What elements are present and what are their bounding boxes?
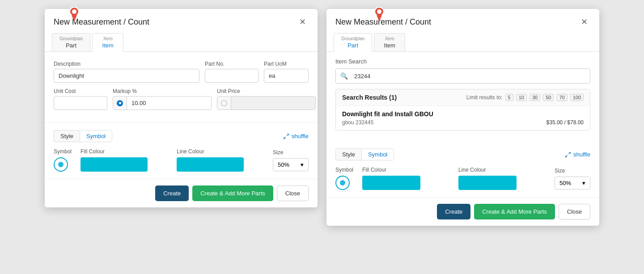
svg-line-3 [287,134,288,135]
partuom-input[interactable] [264,69,309,83]
partno-label: Part No. [205,61,258,67]
dialog-2-tabs: Groundplan Part Xero Item [326,33,599,52]
line-colour-label: Line Colour [177,148,264,155]
size-value: 50% [278,161,289,168]
partno-input[interactable] [205,69,258,83]
create-btn-1[interactable]: Create [155,185,189,201]
limit-10[interactable]: 10 [516,94,527,101]
tab-bottom-xero-2: Item [384,42,395,51]
create-btn-2[interactable]: Create [437,204,470,219]
size-dropdown-2[interactable]: 50% ▾ [555,177,590,190]
description-label: Description [54,61,199,67]
dialog-2-style: Style Symbol shuffle Symbol Fill Colour [326,141,599,198]
symbol-circle-2[interactable] [335,176,350,190]
radio-empty [221,100,227,106]
limit-5[interactable]: 5 [505,94,513,101]
dialog-2-header: New Measurement / Count ✕ [326,9,599,33]
tab-xero-item[interactable]: Xero Item [92,33,123,52]
dialog-1-form: Description Part No. Part No. Part UoM U… [45,52,318,123]
line-colour-col-2: Line Colour [458,167,546,190]
style-tab-style[interactable]: Style [54,130,80,142]
svg-marker-2 [72,15,77,21]
tab-bottom-label-xero: Item [102,42,114,51]
unitprice-row [217,96,316,110]
style-tab-style-2[interactable]: Style [335,148,362,160]
markup-row [113,96,212,110]
limit-30[interactable]: 30 [530,94,540,101]
style-tab-symbol-2[interactable]: Symbol [362,148,394,160]
result-meta: gbou 232445 $35.00 / $78.00 [342,119,584,126]
unitcost-input[interactable] [54,96,107,110]
size-col: Size 50% ▾ [273,149,309,171]
tab-top-label-xero: Xero [103,36,113,41]
partuom-real-label: Part UoM [264,61,309,67]
fill-colour-bar-2[interactable] [362,176,420,190]
svg-point-6 [377,9,381,14]
style-tab-group-2: Style Symbol [335,148,394,160]
close-btn-footer-2[interactable]: Close [559,204,590,219]
partno-group: Part No. [205,61,258,83]
dialog-1: New Measurement / Count ✕ Groundplan Par… [45,9,318,207]
close-btn-footer-1[interactable]: Close [277,185,309,201]
markup-input[interactable] [127,97,211,110]
size-dropdown[interactable]: 50% ▾ [273,158,309,171]
radio-filled [117,100,123,106]
dialog-1-close-btn[interactable]: ✕ [297,16,309,28]
create-add-btn-1[interactable]: Create & Add More Parts [192,185,273,201]
symbol-label-2: Symbol [335,167,353,173]
search-input[interactable] [352,69,590,83]
fill-colour-col-2: Fill Colour [362,167,449,190]
description-input[interactable] [54,69,199,83]
line-colour-col: Line Colour [177,148,264,172]
search-result-item[interactable]: Downlight fit and Install GBOU gbou 2324… [336,106,590,130]
symbol-col: Symbol [54,148,72,172]
svg-line-9 [566,155,568,157]
symbol-circle[interactable] [54,157,68,172]
tab-bottom-gp: Part [347,42,358,51]
unitprice-group: Unit Price [217,88,316,110]
tab-top-label: Groundplan [59,36,83,41]
tab-groundplan-part-2[interactable]: Groundplan Part [334,33,372,52]
dialog-2-close-btn[interactable]: ✕ [578,16,590,28]
limit-results: Limit results to: 5 10 30 50 70 100 [466,94,584,101]
tab-bottom-label: Part [66,42,76,51]
search-results-box: Search Results (1) Limit results to: 5 1… [335,89,590,131]
partuom-group: Part No. Part UoM [264,59,309,83]
chevron-down-icon: ▾ [301,161,304,168]
dialog-1-footer: Create Create & Add More Parts Close [45,179,318,207]
limit-100[interactable]: 100 [570,94,584,101]
limit-70[interactable]: 70 [556,94,567,101]
symbol-label: Symbol [54,148,72,155]
tab-groundplan-part[interactable]: Groundplan Part [52,33,90,51]
unitprice-label: Unit Price [217,88,316,94]
pin-icon-2 [371,5,387,23]
markup-radio[interactable] [113,97,127,110]
svg-marker-7 [377,15,382,21]
fill-colour-label-2: Fill Colour [362,167,449,173]
shuffle-label: shuffle [292,133,309,139]
unitprice-radio[interactable] [217,97,231,110]
line-colour-bar-2[interactable] [458,176,517,190]
dialog-1-style: Style Symbol shuffle Symbol Fill Colour [45,123,318,179]
style-tab-symbol[interactable]: Symbol [80,130,112,142]
limit-50[interactable]: 50 [543,94,554,101]
fill-colour-bar[interactable] [80,157,148,172]
svg-point-1 [72,9,76,14]
size-value-2: 50% [559,180,571,186]
symbol-col-2: Symbol [335,167,353,190]
tab-xero-item-2[interactable]: Xero Item [374,33,405,51]
svg-line-8 [568,152,570,154]
unitprice-input[interactable] [231,97,315,110]
style-tabs-row-2: Style Symbol shuffle [335,148,590,160]
result-name: Downlight fit and Install GBOU [342,110,584,118]
line-colour-bar[interactable] [177,157,244,172]
shuffle-btn-2[interactable]: shuffle [565,151,590,158]
item-search-label: Item Search [335,58,590,65]
markup-group: Markup % [113,88,212,110]
line-colour-label-2: Line Colour [458,167,546,173]
unitcost-group: Unit Cost [54,88,107,110]
create-add-btn-2[interactable]: Create & Add More Parts [474,204,555,219]
dialog-2: New Measurement / Count ✕ Groundplan Par… [326,9,599,226]
style-tabs-row: Style Symbol shuffle [54,130,309,142]
shuffle-btn-1[interactable]: shuffle [283,133,309,139]
